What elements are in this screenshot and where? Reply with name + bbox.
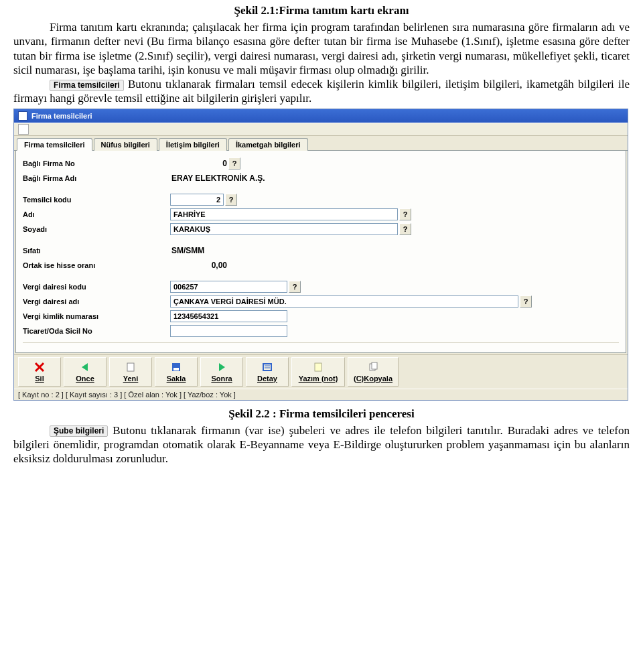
toolbar-sil[interactable]: Sil (18, 357, 61, 387)
lookup-bagli-firma-no[interactable]: ? (228, 157, 240, 170)
label-vergi-kimlik: Vergi kimlik numarası (23, 312, 170, 320)
window-toolbar: Sil Once Yeni Sakla Sonra (14, 354, 628, 389)
svg-rect-7 (263, 364, 271, 371)
svg-rect-12 (372, 362, 377, 369)
input-soyadi[interactable] (170, 223, 398, 235)
tab-nufus-bilgileri[interactable]: Nüfus bilgileri (94, 138, 157, 151)
label-temsilci-kodu: Temsilci kodu (23, 196, 170, 204)
menu-icon[interactable] (18, 124, 29, 135)
input-temsilci-kodu[interactable] (170, 194, 224, 206)
lookup-soyadi[interactable]: ? (399, 223, 411, 235)
lookup-vergi-dairesi-kodu[interactable]: ? (289, 281, 301, 293)
paragraph-3-container: Şube bilgileri Butonu tıklanarak firmanı… (13, 423, 630, 466)
svg-rect-3 (127, 363, 134, 371)
firma-temsilcileri-button[interactable]: Firma temsilcileri (50, 80, 124, 91)
tab-ikametgah-bilgileri[interactable]: İkametgah bilgileri (228, 138, 308, 151)
input-vergi-kimlik[interactable] (170, 310, 287, 322)
label-ticaret-sicil: Ticaret/Oda Sicil No (23, 327, 170, 335)
label-bagli-firma-adi: Bağlı Firma Adı (23, 174, 170, 182)
label-adi: Adı (23, 210, 170, 218)
lookup-adi[interactable]: ? (399, 208, 411, 220)
sube-bilgileri-button[interactable]: Şube bilgileri (50, 425, 108, 437)
input-ticaret-sicil[interactable] (170, 325, 287, 337)
toolbar-sakla[interactable]: Sakla (155, 357, 198, 387)
toolbar-sonra[interactable]: Sonra (200, 357, 243, 387)
window-menubar (14, 123, 628, 136)
window-title: Firma temsilcileri (31, 112, 92, 120)
toolbar-once[interactable]: Once (64, 357, 106, 387)
value-ortak-hisse: 0,00 (170, 261, 227, 270)
detail-icon (261, 361, 273, 373)
lookup-vergi-dairesi-adi[interactable]: ? (520, 295, 532, 308)
svg-rect-5 (173, 368, 179, 371)
figure-title-1: Şekil 2.1:Firma tanıtım kartı ekranı (13, 4, 630, 17)
figure-title-2: Şekil 2.2 : Firma temsilcileri penceresi (13, 407, 630, 421)
firma-temsilcileri-window: Firma temsilcileri Firma temsilcileri Nü… (13, 109, 628, 401)
copy-icon (367, 361, 379, 373)
toolbar-yazim-not[interactable]: Yazım (not) (291, 357, 345, 387)
toolbar-kopyala[interactable]: (C)Kopyala (348, 357, 399, 387)
svg-marker-2 (82, 363, 88, 371)
svg-marker-6 (219, 363, 225, 371)
paragraph-2-container: Firma temsilcileri Butonu tıklanarak fir… (13, 77, 630, 106)
delete-icon (33, 361, 46, 373)
input-adi[interactable] (170, 208, 398, 220)
svg-rect-10 (315, 363, 322, 371)
label-bagli-firma-no: Bağlı Firma No (23, 159, 170, 167)
label-sifati: Sıfatı (23, 247, 170, 255)
label-vergi-dairesi-kodu: Vergi dairesi kodu (23, 283, 170, 291)
window-titlebar: Firma temsilcileri (14, 109, 628, 123)
arrow-right-icon (216, 361, 228, 373)
tab-iletisim-bilgileri[interactable]: İletişim bilgileri (159, 138, 227, 151)
tabstrip: Firma temsilcileri Nüfus bilgileri İleti… (14, 137, 628, 151)
input-vergi-dairesi-adi[interactable] (170, 295, 518, 308)
label-vergi-dairesi-adi: Vergi dairesi adı (23, 297, 170, 306)
value-bagli-firma-no: 0 (170, 159, 227, 168)
tab-firma-temsilcileri[interactable]: Firma temsilcileri (17, 138, 92, 151)
form-body: Bağlı Firma No 0 ? Bağlı Firma Adı ERAY … (15, 151, 626, 353)
note-icon (312, 361, 324, 373)
value-sifati: SM/SMM (170, 246, 204, 255)
save-icon (170, 361, 182, 373)
label-soyadi: Soyadı (23, 225, 170, 233)
arrow-left-icon (79, 361, 91, 373)
toolbar-detay[interactable]: Detay (246, 357, 289, 387)
status-bar: [ Kayıt no : 2 ] [ Kayıt sayısı : 3 ] [ … (14, 389, 628, 400)
toolbar-yeni[interactable]: Yeni (109, 357, 152, 387)
window-icon (18, 111, 27, 121)
input-vergi-dairesi-kodu[interactable] (170, 281, 287, 293)
value-bagli-firma-adi: ERAY ELEKTRONİK A.Ş. (170, 174, 265, 183)
label-ortak-hisse: Ortak ise hisse oranı (23, 261, 170, 269)
paragraph-1: Firma tanıtım kartı ekranında; çalışılac… (13, 20, 630, 77)
new-icon (125, 361, 137, 373)
lookup-temsilci-kodu[interactable]: ? (225, 194, 237, 206)
